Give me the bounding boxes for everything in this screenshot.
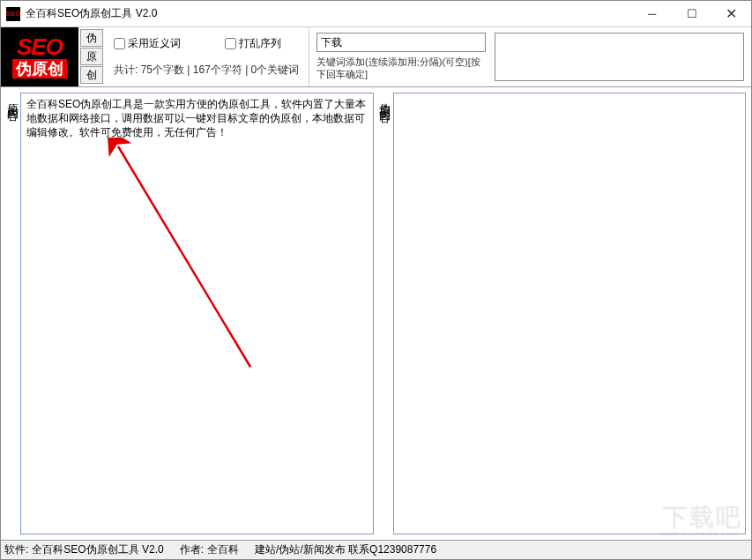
original-button[interactable]: 原	[80, 48, 103, 65]
svg-line-0	[118, 146, 250, 367]
statusbar: 软件: 全百科SEO伪原创工具 V2.0 作者: 全百科 建站/伪站/新闻发布 …	[1, 540, 751, 559]
toolbar: SEO 伪原创 伪 原 创 采用近义词 打乱序列 共计: 75个字数 | 167…	[1, 27, 751, 87]
fake-button[interactable]: 伪	[80, 29, 103, 47]
keyword-input[interactable]	[316, 33, 486, 52]
status-soft-label: 软件:	[4, 542, 28, 557]
titlebar: SEO 全百科SEO伪原创工具 V2.0 ─ ☐ ✕	[1, 1, 751, 27]
logo-main: SEO	[17, 36, 63, 57]
minimize-button[interactable]: ─	[632, 1, 672, 26]
synonym-checkbox[interactable]: 采用近义词	[114, 36, 181, 51]
status-author-value: 全百科	[207, 542, 239, 557]
status-author-label: 作者:	[180, 542, 204, 557]
result-textarea[interactable]	[393, 93, 747, 534]
result-label: 伪原创内容	[379, 93, 393, 534]
main-area: 原始内容 全百科SEO伪原创工具是一款实用方便的伪原创工具，软件内置了大量本地数…	[1, 87, 751, 540]
keyword-area: 关键词添加(连续添加用;分隔)(可空)[按下回车确定]	[309, 27, 751, 86]
close-button[interactable]: ✕	[711, 1, 751, 26]
shuffle-checkbox-input[interactable]	[225, 38, 236, 49]
result-panel: 伪原创内容	[379, 93, 747, 534]
logo: SEO 伪原创	[1, 27, 78, 86]
action-buttons: 伪 原 创	[78, 27, 105, 86]
status-service: 建站/伪站/新闻发布 联系Q1239087776	[255, 542, 436, 557]
synonym-label: 采用近义词	[128, 36, 181, 51]
shuffle-label: 打乱序列	[239, 36, 281, 51]
status-soft-value: 全百科SEO伪原创工具 V2.0	[32, 542, 163, 557]
logo-sub: 伪原创	[12, 59, 67, 78]
keyword-list[interactable]	[495, 33, 744, 81]
original-textarea[interactable]: 全百科SEO伪原创工具是一款实用方便的伪原创工具，软件内置了大量本地数据和网络接…	[20, 93, 374, 534]
keyword-hint: 关键词添加(连续添加用;分隔)(可空)[按下回车确定]	[316, 56, 486, 80]
create-button[interactable]: 创	[80, 66, 103, 84]
stats-text: 共计: 75个字数 | 167个字符 | 0个关键词	[114, 63, 300, 78]
annotation-arrow-icon	[101, 138, 277, 402]
window-title: 全百科SEO伪原创工具 V2.0	[26, 6, 157, 21]
synonym-checkbox-input[interactable]	[114, 38, 125, 49]
app-icon: SEO	[6, 7, 20, 21]
original-label: 原始内容	[6, 93, 20, 534]
original-panel: 原始内容 全百科SEO伪原创工具是一款实用方便的伪原创工具，软件内置了大量本地数…	[6, 93, 374, 534]
shuffle-checkbox[interactable]: 打乱序列	[225, 36, 281, 51]
original-text: 全百科SEO伪原创工具是一款实用方便的伪原创工具，软件内置了大量本地数据和网络接…	[26, 98, 366, 138]
maximize-button[interactable]: ☐	[672, 1, 711, 26]
options-area: 采用近义词 打乱序列 共计: 75个字数 | 167个字符 | 0个关键词	[105, 27, 309, 86]
